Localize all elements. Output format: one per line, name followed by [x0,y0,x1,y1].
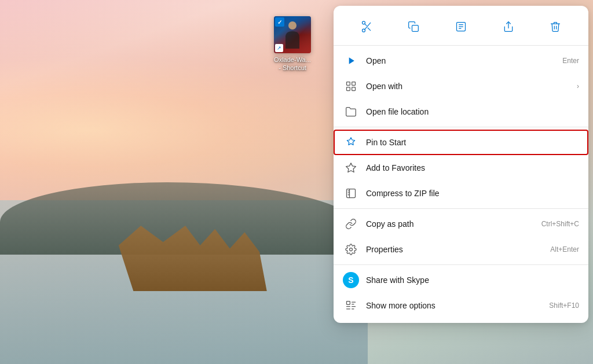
svg-rect-12 [347,82,350,86]
desktop-icon[interactable]: ✓ ↗ Oxlade-Wa... - Shortcut [269,16,316,72]
compress-icon [343,185,359,201]
delete-button[interactable] [544,15,567,38]
properties-shortcut: Alt+Enter [550,245,579,253]
copy-button[interactable] [402,15,425,38]
pin-to-start-label: Pin to Start [366,138,579,147]
folder-icon [343,104,359,120]
open-icon [343,53,359,69]
icon-label: Oxlade-Wa... - Shortcut [266,56,319,72]
reeds [119,226,267,291]
toolbar-row [334,10,588,46]
svg-rect-15 [352,87,356,91]
menu-item-open-with[interactable]: Open with › [334,73,588,99]
svg-rect-14 [347,87,350,91]
shortcut-arrow: ↗ [275,44,283,52]
menu-item-share-skype[interactable]: S Share with Skype [334,267,588,293]
open-with-arrow: › [577,82,579,90]
svg-rect-23 [347,302,350,305]
delete-icon [550,21,561,32]
properties-icon [343,241,359,258]
cut-button[interactable] [355,15,378,38]
svg-point-0 [288,21,296,30]
copy-path-icon [343,216,359,232]
check-badge: ✓ [275,17,284,27]
open-file-location-label: Open file location [366,107,579,116]
show-more-shortcut: Shift+F10 [549,302,579,310]
svg-rect-6 [412,25,419,32]
open-label: Open [366,56,553,65]
svg-line-3 [365,23,371,30]
skype-icon: S [343,272,359,288]
menu-item-show-more[interactable]: Show more options Shift+F10 [334,293,588,318]
divider-3 [334,264,588,265]
compress-zip-label: Compress to ZIP file [366,189,579,198]
copy-path-shortcut: Ctrl+Shift+C [541,220,579,228]
star-icon [343,160,359,176]
divider-1 [334,127,588,127]
menu-item-pin-to-start[interactable]: Pin to Start [334,130,588,155]
pin-icon [343,134,359,150]
menu-item-open-file-location[interactable]: Open file location [334,99,588,124]
rename-button[interactable] [449,15,473,38]
more-options-icon [343,297,359,314]
share-button[interactable] [497,15,520,38]
menu-item-properties[interactable]: Properties Alt+Enter [334,237,588,262]
menu-item-add-favorites[interactable]: Add to Favorites [334,155,588,181]
svg-rect-13 [352,82,356,86]
svg-point-22 [350,248,353,251]
share-icon [503,21,514,32]
svg-marker-16 [346,163,356,172]
svg-line-5 [365,24,367,25]
open-with-label: Open with [366,82,572,91]
svg-line-4 [368,28,371,31]
share-skype-label: Share with Skype [366,275,579,285]
svg-rect-17 [347,189,356,198]
context-menu: Open Enter Open with › Open file locatio… [334,6,588,323]
menu-item-open[interactable]: Open Enter [334,48,588,73]
copy-path-label: Copy as path [366,219,532,229]
add-favorites-label: Add to Favorites [366,163,579,172]
divider-2 [334,208,588,209]
menu-item-copy-path[interactable]: Copy as path Ctrl+Shift+C [334,211,588,237]
copy-icon [408,21,419,32]
rename-icon [455,21,467,32]
show-more-label: Show more options [366,301,540,310]
open-shortcut: Enter [562,57,579,65]
icon-thumbnail: ✓ ↗ [274,16,311,53]
cut-icon [361,21,372,32]
open-with-icon [343,78,359,94]
properties-label: Properties [366,245,541,254]
menu-item-compress-zip[interactable]: Compress to ZIP file [334,181,588,206]
